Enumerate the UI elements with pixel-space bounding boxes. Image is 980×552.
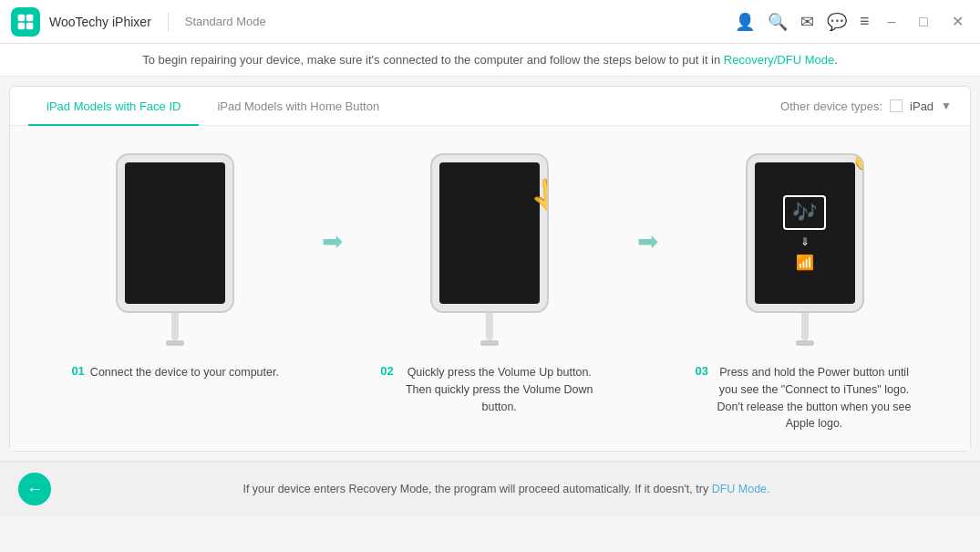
recovery-dfu-link[interactable]: Recovery/DFU Mode <box>724 53 834 67</box>
itunes-screen: 🎶 ⇓ 📶 <box>755 162 855 304</box>
svg-rect-1 <box>26 14 34 21</box>
back-button[interactable]: ← <box>18 473 51 505</box>
ipad-body-3: 🎶 ⇓ 📶 ✋ <box>746 153 864 313</box>
tab-home-button[interactable]: iPad Models with Home Button <box>199 87 397 126</box>
step-1: 01 Connect the device to your computer. <box>28 153 322 381</box>
titlebar-right: 👤 🔍 ✉ 💬 ≡ – □ ✕ <box>735 11 969 32</box>
svg-rect-3 <box>26 22 34 29</box>
ipad-cable-3 <box>801 313 809 340</box>
app-logo <box>11 7 40 36</box>
person-icon[interactable]: 👤 <box>735 12 755 32</box>
step-1-illustration <box>116 153 234 346</box>
maximize-button[interactable]: □ <box>913 12 934 32</box>
ipad-cable-1 <box>171 313 179 340</box>
tab-face-id[interactable]: iPad Models with Face ID <box>28 87 199 126</box>
step-2-desc: Quickly press the Volume Up button. Then… <box>399 364 600 415</box>
chat-icon[interactable]: 💬 <box>827 12 847 32</box>
step-1-num: 01 <box>71 364 84 378</box>
cable-icon: 📶 <box>796 254 814 271</box>
ipad-wrap-2: 🤚 <box>430 153 549 346</box>
menu-icon[interactable]: ≡ <box>860 12 870 31</box>
step-3-label: 03 Press and hold the Power button until… <box>696 364 914 432</box>
main-card: iPad Models with Face ID iPad Models wit… <box>9 86 971 452</box>
tab-bar: iPad Models with Face ID iPad Models wit… <box>10 87 970 126</box>
step-3-desc: Press and hold the Power button until yo… <box>714 364 914 432</box>
itunes-logo-icon: 🎶 <box>783 195 826 230</box>
ipad-body-2: 🤚 <box>430 153 549 313</box>
steps-area: 01 Connect the device to your computer. … <box>10 126 970 451</box>
step-2-label: 02 Quickly press the Volume Up button. T… <box>380 364 599 415</box>
device-selector-label: Other device types: <box>780 99 882 113</box>
chevron-down-icon[interactable]: ▼ <box>941 99 952 112</box>
device-checkbox[interactable] <box>890 99 903 112</box>
ipad-side-btn-2 <box>547 192 549 210</box>
arrow-2: ➡ <box>637 153 658 256</box>
ipad-wrap-3: 🎶 ⇓ 📶 ✋ <box>746 153 864 346</box>
ipad-connector-3 <box>796 340 814 346</box>
app-name: WooTechy iPhixer <box>49 15 151 29</box>
info-bar: To begin repairing your device, make sur… <box>0 44 980 77</box>
ipad-connector-2 <box>480 340 499 346</box>
minimize-button[interactable]: – <box>882 12 901 32</box>
ipad-connector-1 <box>166 340 184 346</box>
step-3: 🎶 ⇓ 📶 ✋ 03 Press and hold the Power butt… <box>658 153 952 432</box>
titlebar-left: WooTechy iPhixer Standard Mode <box>11 7 266 36</box>
ipad-wrap-1 <box>116 153 234 346</box>
step-3-num: 03 <box>696 364 708 378</box>
svg-rect-0 <box>18 14 26 21</box>
footer-text: If your device enters Recovery Mode, the… <box>51 483 962 495</box>
ipad-screen-2 <box>439 162 540 304</box>
ipad-cable-2 <box>486 313 493 340</box>
titlebar-divider <box>168 13 169 31</box>
step-2-num: 02 <box>380 364 393 378</box>
footer: ← If your device enters Recovery Mode, t… <box>0 461 980 516</box>
arrow-1: ➡ <box>322 153 343 256</box>
ipad-screen-1 <box>125 162 225 304</box>
mail-icon[interactable]: ✉ <box>800 12 814 32</box>
close-button[interactable]: ✕ <box>946 11 969 32</box>
mode-label: Standard Mode <box>185 15 266 28</box>
step-1-desc: Connect the device to your computer. <box>90 364 279 381</box>
step-1-label: 01 Connect the device to your computer. <box>71 364 279 381</box>
ipad-body-1 <box>116 153 234 313</box>
arrow-down-icon: ⇓ <box>800 235 810 248</box>
step-2: 🤚 02 Quickly press the Volume Up button.… <box>343 153 636 415</box>
dfu-mode-link[interactable]: DFU Mode. <box>712 483 770 495</box>
footer-message: If your device enters Recovery Mode, the… <box>242 483 711 495</box>
device-type-label: iPad <box>910 99 934 113</box>
tabs: iPad Models with Face ID iPad Models wit… <box>28 87 397 125</box>
svg-rect-2 <box>18 22 26 29</box>
device-selector: Other device types: iPad ▼ <box>780 99 952 113</box>
search-icon[interactable]: 🔍 <box>768 12 788 32</box>
step-2-illustration: 🤚 <box>430 153 549 346</box>
ipad-side-btn-3 <box>862 192 864 210</box>
step-3-illustration: 🎶 ⇓ 📶 ✋ <box>746 153 864 346</box>
ipad-side-btn-1 <box>232 192 234 210</box>
titlebar: WooTechy iPhixer Standard Mode 👤 🔍 ✉ 💬 ≡… <box>0 0 980 44</box>
info-text: To begin repairing your device, make sur… <box>142 53 838 67</box>
